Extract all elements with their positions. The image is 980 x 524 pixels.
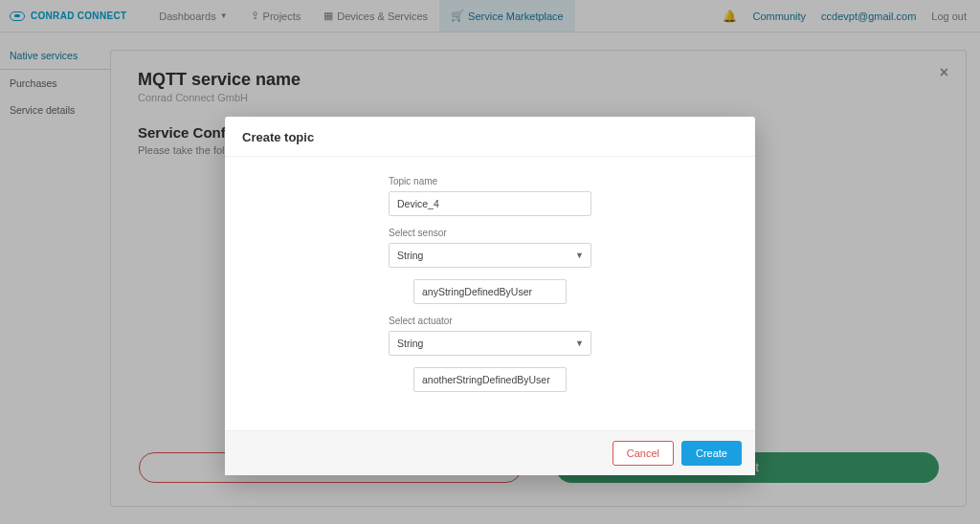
sensor-select[interactable]: String ▼ [389, 243, 591, 268]
sensor-extra-group [413, 279, 567, 304]
modal-title: Create topic [225, 117, 755, 157]
modal-body: Topic name Select sensor String ▼ Select… [225, 157, 755, 430]
modal-cancel-button[interactable]: Cancel [612, 441, 674, 466]
modal-overlay: Create topic Topic name Select sensor St… [0, 0, 980, 524]
sensor-value: String [389, 243, 591, 268]
topic-name-input[interactable] [389, 191, 591, 216]
modal-footer: Cancel Create [225, 430, 755, 475]
topic-name-group: Topic name [389, 176, 591, 216]
actuator-extra-group [413, 367, 567, 392]
actuator-label: Select actuator [389, 316, 591, 326]
sensor-label: Select sensor [389, 228, 591, 238]
actuator-select[interactable]: String ▼ [389, 331, 591, 356]
actuator-value: String [389, 331, 591, 356]
topic-name-label: Topic name [389, 176, 591, 186]
sensor-group: Select sensor String ▼ [389, 228, 591, 268]
actuator-group: Select actuator String ▼ [389, 316, 591, 356]
modal-create-button[interactable]: Create [681, 441, 742, 466]
sensor-extra-input[interactable] [413, 279, 567, 304]
create-topic-modal: Create topic Topic name Select sensor St… [225, 117, 755, 475]
actuator-extra-input[interactable] [413, 367, 567, 392]
